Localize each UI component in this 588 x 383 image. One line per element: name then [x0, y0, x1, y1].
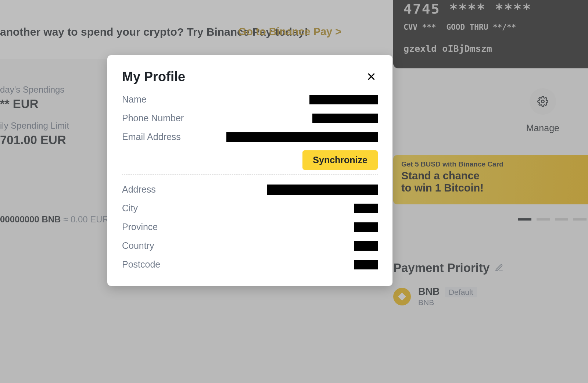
- profile-row-country: Country: [122, 240, 378, 251]
- label-city: City: [122, 203, 138, 214]
- divider: [122, 174, 378, 175]
- profile-row-email: Email Address: [122, 132, 378, 142]
- profile-row-postcode: Postcode: [122, 259, 378, 270]
- label-postcode: Postcode: [122, 259, 160, 270]
- label-phone: Phone Number: [122, 113, 184, 124]
- value-postcode-redacted: [354, 260, 378, 269]
- profile-row-address: Address: [122, 184, 378, 195]
- synchronize-button[interactable]: Synchronize: [302, 150, 378, 170]
- profile-row-province: Province: [122, 222, 378, 232]
- profile-row-phone: Phone Number: [122, 113, 378, 124]
- label-province: Province: [122, 222, 158, 232]
- profile-row-city: City: [122, 203, 378, 214]
- value-email-redacted: [226, 132, 378, 142]
- value-phone-redacted: [312, 114, 378, 123]
- my-profile-modal: My Profile ✕ Name Phone Number Email Add…: [107, 55, 392, 286]
- modal-title: My Profile: [122, 69, 185, 85]
- label-name: Name: [122, 94, 147, 105]
- label-address: Address: [122, 184, 156, 195]
- label-country: Country: [122, 240, 154, 251]
- value-province-redacted: [354, 222, 378, 232]
- label-email: Email Address: [122, 132, 181, 142]
- value-country-redacted: [354, 241, 378, 251]
- value-city-redacted: [354, 204, 378, 213]
- value-name-redacted: [309, 95, 378, 104]
- profile-row-name: Name: [122, 94, 378, 105]
- close-icon[interactable]: ✕: [365, 69, 378, 84]
- value-address-redacted: [267, 185, 378, 195]
